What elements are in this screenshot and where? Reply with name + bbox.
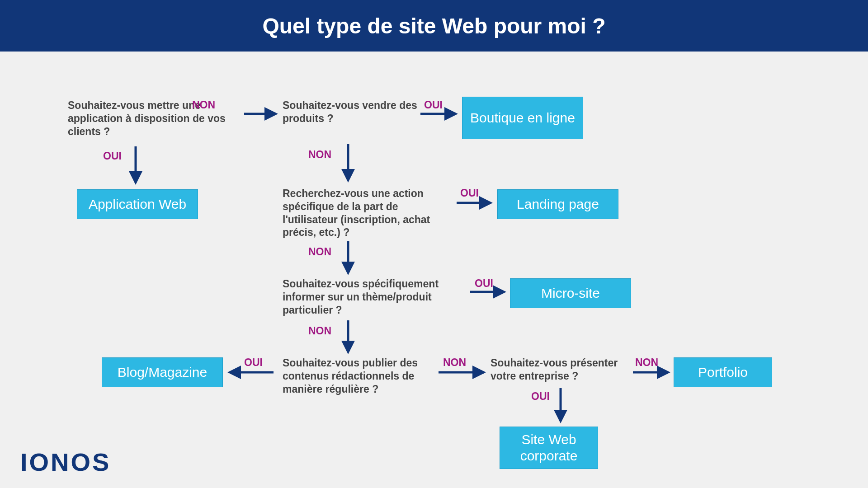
label-no-1: NON: [192, 99, 215, 111]
result-shop: Boutique en ligne: [462, 97, 583, 139]
flowchart-canvas: Souhaitez-vous mettre une application à …: [0, 52, 868, 488]
result-corporate: Site Web corporate: [500, 427, 598, 469]
label-yes-1: OUI: [103, 150, 122, 162]
label-yes-4: OUI: [475, 277, 493, 290]
question-publish: Souhaitez-vous publier des contenus réda…: [283, 357, 427, 395]
result-webapp: Application Web: [77, 189, 198, 219]
label-yes-3: OUI: [460, 187, 479, 199]
result-landing: Landing page: [497, 189, 618, 219]
label-yes-2: OUI: [424, 99, 443, 111]
label-no-3: NON: [308, 246, 331, 258]
label-no-2: NON: [308, 149, 331, 161]
question-inform: Souhaitez-vous spécifiquement informer s…: [283, 277, 445, 316]
question-action: Recherchez-vous une action spécifique de…: [283, 187, 432, 239]
question-sell: Souhaitez-vous vendre des produits ?: [283, 99, 418, 125]
label-no-6: NON: [635, 357, 658, 369]
result-microsite: Micro-site: [510, 278, 631, 308]
result-blog: Blog/Magazine: [102, 357, 223, 387]
label-no-4: NON: [308, 325, 331, 337]
page-title: Quel type de site Web pour moi ?: [262, 14, 605, 38]
label-yes-5: OUI: [244, 357, 263, 369]
question-company: Souhaitez-vous présenter votre entrepris…: [491, 357, 635, 383]
label-yes-6: OUI: [531, 390, 550, 403]
brand-logo: IONOS: [20, 447, 111, 477]
header-banner: Quel type de site Web pour moi ?: [0, 0, 868, 52]
result-portfolio: Portfolio: [674, 357, 772, 387]
label-no-5: NON: [443, 357, 466, 369]
